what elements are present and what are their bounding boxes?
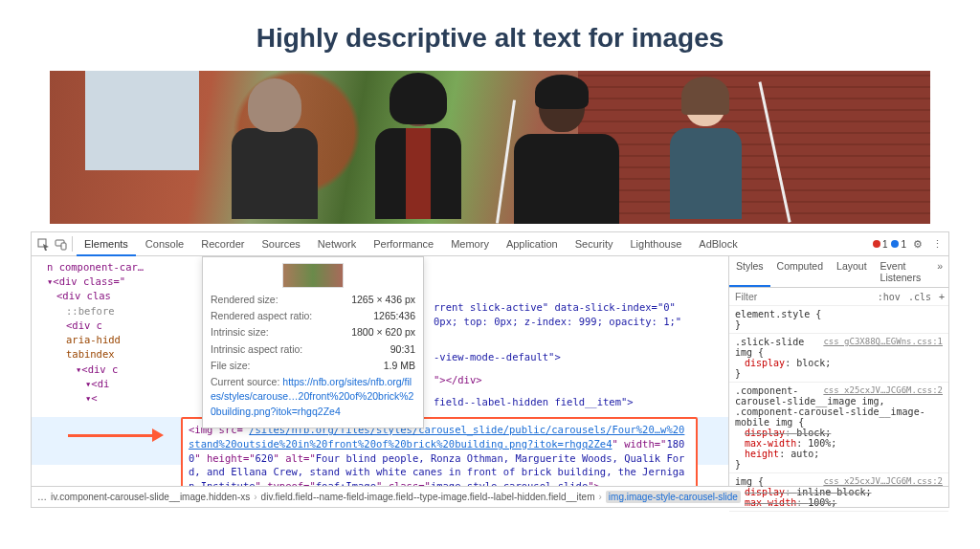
tab-network[interactable]: Network: [310, 232, 364, 256]
tooltip-thumbnail: [282, 263, 344, 288]
breadcrumb-item-selected[interactable]: img.image-style-carousel-slide: [606, 491, 741, 503]
tab-security[interactable]: Security: [568, 232, 621, 256]
person-2: [370, 80, 466, 224]
hero-photo: [50, 71, 930, 224]
breadcrumb-item[interactable]: div.field.field--name-field-image.field-…: [261, 492, 595, 502]
styles-tab-events[interactable]: Event Listeners: [874, 256, 932, 287]
svg-rect-2: [61, 243, 66, 250]
dom-tree[interactable]: n component-car… ▾<div class=" <div clas…: [32, 256, 728, 486]
cls-toggle[interactable]: .cls: [904, 290, 935, 304]
devtools-tabbar: Elements Console Recorder Sources Networ…: [32, 232, 948, 256]
css-rule[interactable]: css_x25cxJV…JCG6M.css:2 .component-carou…: [729, 383, 948, 473]
person-1: [227, 80, 323, 224]
css-rule[interactable]: css_gC3X88Q…EGWns.css:1 .slick-slide img…: [729, 334, 948, 383]
tab-application[interactable]: Application: [499, 232, 566, 256]
settings-icon[interactable]: ⚙: [910, 236, 925, 252]
tab-adblock[interactable]: AdBlock: [691, 232, 745, 256]
styles-tab-layout[interactable]: Layout: [830, 256, 874, 287]
tab-performance[interactable]: Performance: [366, 232, 441, 256]
devtools-panel: Elements Console Recorder Sources Networ…: [31, 231, 949, 508]
annotation-arrow: [68, 427, 164, 444]
css-rule[interactable]: css_x25cxJV…JCG6M.css:2 img { display: i…: [729, 473, 948, 512]
tab-recorder[interactable]: Recorder: [193, 232, 252, 256]
styles-tab-computed[interactable]: Computed: [770, 256, 830, 287]
tab-elements[interactable]: Elements: [77, 232, 136, 256]
styles-tab-styles[interactable]: Styles: [729, 256, 770, 287]
styles-panel: Styles Computed Layout Event Listeners »…: [728, 256, 948, 486]
tab-sources[interactable]: Sources: [254, 232, 307, 256]
tab-lighthouse[interactable]: Lighthouse: [622, 232, 689, 256]
styles-more-icon[interactable]: »: [931, 256, 948, 287]
more-icon[interactable]: ⋮: [929, 236, 945, 252]
slide-title: Highly descriptive alt text for images: [0, 0, 980, 71]
image-tooltip: Rendered size:1265 × 436 px Rendered asp…: [202, 256, 424, 428]
device-icon[interactable]: [53, 236, 68, 252]
inspect-icon[interactable]: [35, 236, 51, 252]
new-rule-button[interactable]: +: [935, 290, 948, 304]
tab-memory[interactable]: Memory: [443, 232, 497, 256]
person-3: [514, 80, 610, 224]
css-rule[interactable]: element.style { }: [729, 306, 948, 334]
hov-toggle[interactable]: :hov: [874, 290, 904, 304]
tab-console[interactable]: Console: [138, 232, 191, 256]
breadcrumb-item[interactable]: iv.component-carousel-slide__image.hidde…: [51, 492, 250, 502]
person-4: [657, 80, 753, 224]
error-count[interactable]: 1: [873, 239, 888, 250]
styles-filter-input[interactable]: [729, 288, 874, 305]
info-count[interactable]: 1: [891, 239, 906, 250]
